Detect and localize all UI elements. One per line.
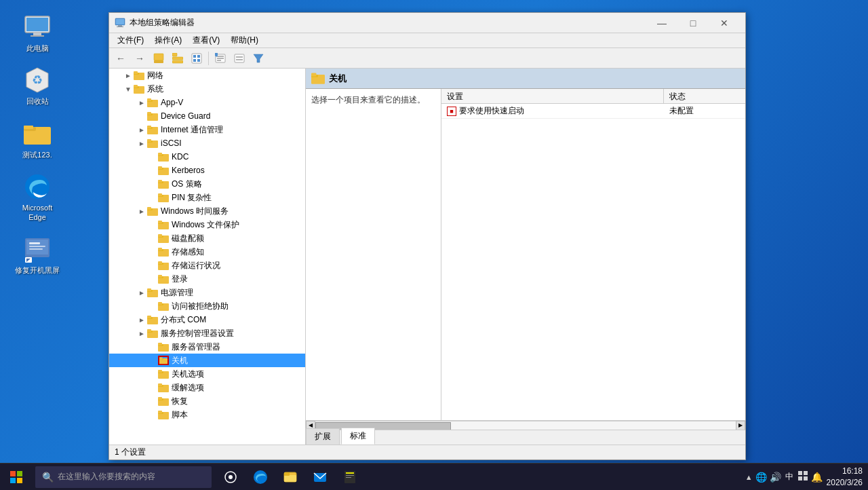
tree-item-kdc[interactable]: ► KDC [109, 150, 305, 164]
tab-standard[interactable]: 标准 [341, 428, 375, 445]
tree-item-diskquota[interactable]: ► 磁盘配额 [109, 231, 305, 245]
right-description: 选择一个项目来查看它的描述。 [306, 89, 441, 420]
svg-rect-139 [804, 476, 808, 480]
tree-item-login[interactable]: ► 登录 [109, 272, 305, 286]
menu-file[interactable]: 文件(F) [112, 33, 149, 48]
svg-rect-102 [158, 343, 162, 345]
expand-appv[interactable]: ► [136, 97, 147, 108]
tree-item-recovery[interactable]: ► 恢复 [109, 394, 305, 408]
folder-tree-btn[interactable] [169, 50, 186, 67]
menu-action[interactable]: 操作(A) [149, 33, 187, 48]
tree-item-shutdown[interactable]: ► 关机 [109, 354, 305, 367]
desktop-icon-shortcut[interactable]: 修复开机黑屏 [14, 235, 61, 275]
h-scroll-track[interactable] [315, 421, 736, 430]
edge-taskbar-button[interactable] [247, 464, 274, 491]
tree-panel[interactable]: ► 网络 ▼ 系统 ► [109, 69, 306, 445]
folder-icon-pin [158, 193, 169, 202]
policy-btn[interactable] [212, 50, 229, 67]
shortcut-label: 修复开机黑屏 [15, 265, 60, 275]
notification-icon[interactable]: 🔔 [811, 472, 823, 483]
tray-expand[interactable]: ▲ [745, 473, 753, 481]
tree-label-mitigation: 缓解选项 [172, 382, 204, 394]
right-header-title: 关机 [329, 73, 347, 85]
tree-label-access: 访问被拒绝协助 [172, 301, 229, 312]
expand-scm[interactable]: ► [136, 328, 147, 339]
folder-icon-network [134, 71, 144, 80]
task-view-button[interactable] [217, 464, 244, 491]
tree-item-shutdown-opts[interactable]: ► 关机选项 [109, 367, 305, 381]
menu-help[interactable]: 帮助(H) [225, 33, 264, 48]
taskbar-right: ▲ 🌐 🔊 中 🔔 [745, 466, 868, 489]
list-btn[interactable] [231, 50, 248, 67]
date-display: 2020/3/26 [827, 477, 863, 489]
start-button[interactable] [0, 464, 33, 491]
tree-item-network[interactable]: ► 网络 [109, 69, 305, 82]
desktop-icon-recycle-bin[interactable]: ♻ 回收站 [14, 67, 61, 106]
tree-item-scripts[interactable]: ► 脚本 [109, 408, 305, 421]
toolbar: ← → [109, 48, 745, 69]
tree-item-os[interactable]: ► OS 策略 [109, 177, 305, 191]
expand-wintime[interactable]: ► [136, 206, 147, 216]
expand-network[interactable]: ► [123, 70, 134, 81]
tree-item-storagesense[interactable]: ► 存储感知 [109, 245, 305, 259]
table-header: 设置 状态 [441, 89, 745, 104]
menu-view[interactable]: 查看(V) [187, 33, 225, 48]
svg-rect-48 [147, 98, 151, 101]
tree-item-appv[interactable]: ► App-V [109, 96, 305, 109]
svg-rect-21 [154, 54, 163, 60]
desktop-icon-test[interactable]: 测试123. [14, 120, 61, 159]
folder-icon-winfile [158, 220, 169, 229]
tree-item-pin[interactable]: ► PIN 复杂性 [109, 191, 305, 204]
clock[interactable]: 16:18 2020/3/26 [827, 466, 863, 489]
show-btn[interactable] [188, 50, 205, 67]
table-row[interactable]: ■ 要求使用快速启动 未配置 [441, 104, 745, 119]
svg-rect-134 [346, 475, 354, 476]
tree-item-servermgr[interactable]: ► 服务器管理器 [109, 340, 305, 354]
tree-item-device-guard[interactable]: ► Device Guard [109, 109, 305, 123]
up-button[interactable] [150, 50, 167, 67]
folder-icon-internet [147, 125, 158, 134]
tree-item-winfile[interactable]: ► Windows 文件保护 [109, 218, 305, 231]
tree-item-iscsi[interactable]: ► iSCSI [109, 136, 305, 150]
tree-item-scm[interactable]: ► 服务控制管理器设置 [109, 326, 305, 340]
expand-dcom[interactable]: ► [136, 314, 147, 325]
tree-label-storagehealth: 存储运行状况 [172, 260, 220, 271]
tab-expand[interactable]: 扩展 [306, 428, 340, 445]
tree-item-internet[interactable]: ► Internet 通信管理 [109, 123, 305, 136]
mail-taskbar-button[interactable] [307, 464, 334, 491]
tree-label-iscsi: iSCSI [161, 138, 182, 148]
minimize-button[interactable]: — [646, 13, 677, 33]
explorer-taskbar-button[interactable] [277, 464, 304, 491]
tree-label-os: OS 策略 [172, 178, 202, 190]
table-cell-status: 未配置 [664, 103, 745, 119]
filter-btn[interactable] [250, 50, 267, 67]
volume-tray-icon[interactable]: 🔊 [770, 472, 781, 483]
forward-button[interactable]: → [131, 50, 149, 67]
tree-item-access[interactable]: ► 访问被拒绝协助 [109, 299, 305, 313]
tree-item-power[interactable]: ► 电源管理 [109, 286, 305, 299]
expand-system[interactable]: ▼ [123, 83, 134, 94]
h-scroll-right-btn[interactable]: ▶ [736, 421, 745, 430]
desktop-icon-edge[interactable]: Microsoft Edge [14, 173, 61, 223]
notes-taskbar-button[interactable] [336, 464, 363, 491]
tree-item-wintime[interactable]: ► Windows 时间服务 [109, 204, 305, 218]
expand-iscsi[interactable]: ► [136, 138, 147, 149]
svg-rect-111 [158, 383, 162, 386]
tree-item-mitigation[interactable]: ► 缓解选项 [109, 381, 305, 394]
tree-item-dcom[interactable]: ► 分布式 COM [109, 313, 305, 326]
tree-item-kerberos[interactable]: ► Kerberos [109, 164, 305, 177]
svg-rect-24 [172, 57, 183, 60]
expand-power[interactable]: ► [136, 287, 147, 298]
maximize-button[interactable]: □ [677, 13, 709, 33]
close-button[interactable]: ✕ [709, 13, 740, 33]
taskbar-search[interactable]: 🔍 在这里输入你要搜索的内容 [35, 466, 212, 488]
network-tray-icon[interactable]: 🌐 [755, 472, 767, 483]
folder-icon-kerberos [158, 166, 169, 175]
tree-item-system[interactable]: ▼ 系统 [109, 82, 305, 96]
tree-item-storagehealth[interactable]: ► 存储运行状况 [109, 259, 305, 272]
expand-internet[interactable]: ► [136, 124, 147, 135]
back-button[interactable]: ← [112, 50, 130, 67]
desktop-icon-this-pc[interactable]: 此电脑 [14, 14, 61, 53]
date-grid-icon[interactable] [797, 470, 808, 483]
lang-indicator[interactable]: 中 [784, 471, 795, 483]
